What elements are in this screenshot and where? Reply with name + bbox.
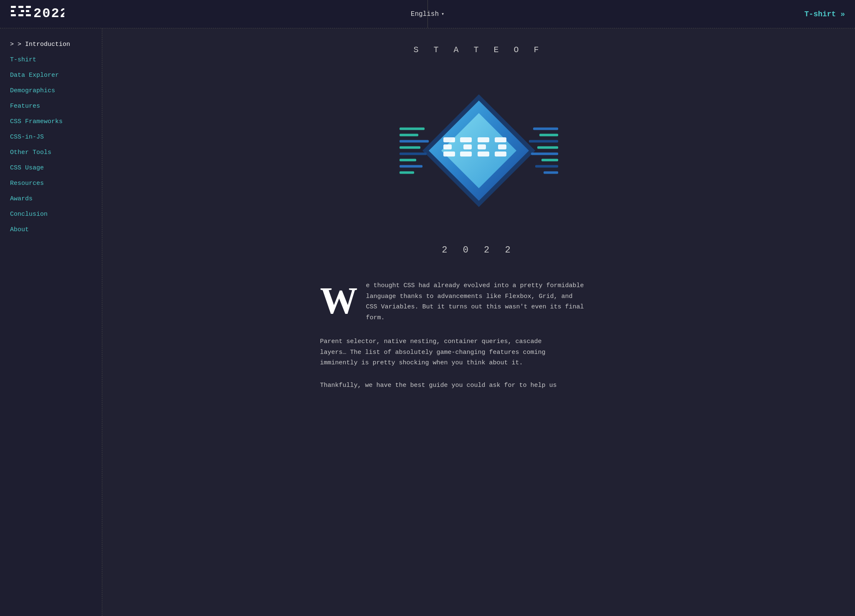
sidebar-link-awards[interactable]: Awards <box>0 191 102 207</box>
sidebar-link-css-frameworks[interactable]: CSS Frameworks <box>0 114 102 129</box>
svg-rect-8 <box>26 14 31 16</box>
line-darkblue-1 <box>400 153 427 155</box>
intro-section: W e thought CSS had already evolved into… <box>320 280 637 391</box>
svg-text:2022: 2022 <box>33 6 64 21</box>
sidebar-link-other-tools[interactable]: Other Tools <box>0 145 102 160</box>
sidebar-link-tshirt[interactable]: T-shirt <box>0 52 102 68</box>
sidebar-item-other-tools[interactable]: Other Tools <box>0 145 102 160</box>
line-teal-2 <box>400 134 418 136</box>
sidebar-link-demographics[interactable]: Demographics <box>0 83 102 98</box>
sidebar: > Introduction T-shirt Data Explorer Dem… <box>0 28 102 616</box>
sidebar-item-conclusion[interactable]: Conclusion <box>0 207 102 222</box>
line-blue-r1 <box>533 128 558 130</box>
site-logo: 2022 <box>10 3 64 25</box>
tshirt-link[interactable]: T-shirt » <box>804 10 845 18</box>
line-blue-r2 <box>531 153 558 155</box>
line-darkblue-r1 <box>529 140 558 143</box>
intro-paragraph-2: Thankfully, we have the best guide you c… <box>320 380 637 391</box>
sidebar-item-introduction[interactable]: > Introduction <box>0 37 102 52</box>
drop-cap-text: e thought CSS had already evolved into a… <box>366 280 584 323</box>
svg-rect-2 <box>11 14 16 16</box>
sidebar-item-about[interactable]: About <box>0 222 102 237</box>
svg-rect-4 <box>21 10 24 12</box>
sidebar-item-features[interactable]: Features <box>0 98 102 114</box>
svg-rect-19 <box>478 137 489 142</box>
language-arrow: ▾ <box>441 11 444 17</box>
logo-svg: 2022 <box>10 3 64 22</box>
svg-rect-0 <box>11 6 16 8</box>
sidebar-link-css-in-js[interactable]: CSS-in-JS <box>0 129 102 145</box>
sidebar-item-resources[interactable]: Resources <box>0 176 102 191</box>
line-blue-1 <box>400 140 429 143</box>
line-teal-4 <box>400 159 416 162</box>
language-label: English <box>411 10 439 18</box>
tshirt-area: T-shirt » <box>804 10 845 18</box>
line-darkblue-r2 <box>535 165 558 168</box>
sidebar-link-resources[interactable]: Resources <box>0 176 102 191</box>
sidebar-item-css-in-js[interactable]: CSS-in-JS <box>0 129 102 145</box>
sidebar-link-introduction[interactable]: > Introduction <box>0 37 102 52</box>
hero-logo-container <box>391 63 567 238</box>
svg-rect-16 <box>460 137 472 142</box>
svg-rect-5 <box>18 14 23 16</box>
svg-rect-24 <box>495 151 506 157</box>
intro-paragraph-1: Parent selector, native nesting, contain… <box>320 336 637 369</box>
sidebar-item-awards[interactable]: Awards <box>0 191 102 207</box>
right-decorative-lines <box>529 128 558 174</box>
svg-rect-18 <box>460 151 472 157</box>
drop-cap-container: W e thought CSS had already evolved into… <box>320 280 637 323</box>
svg-rect-22 <box>495 137 506 142</box>
svg-rect-17 <box>463 144 472 149</box>
sidebar-item-data-explorer[interactable]: Data Explorer <box>0 68 102 83</box>
svg-rect-21 <box>478 151 489 157</box>
sidebar-item-css-usage[interactable]: CSS Usage <box>0 160 102 176</box>
line-teal-1 <box>400 128 425 130</box>
svg-rect-3 <box>18 6 23 8</box>
line-teal-r3 <box>541 159 558 162</box>
year-label: 2 0 2 2 <box>442 245 515 255</box>
sidebar-link-css-usage[interactable]: CSS Usage <box>0 160 102 176</box>
svg-rect-13 <box>443 137 455 142</box>
svg-rect-20 <box>478 144 486 149</box>
left-decorative-lines <box>400 128 429 174</box>
svg-rect-7 <box>26 10 29 12</box>
hero-section: S T A T E O F <box>127 45 830 255</box>
sidebar-nav: > Introduction T-shirt Data Explorer Dem… <box>0 37 102 237</box>
svg-rect-23 <box>498 144 506 149</box>
line-teal-3 <box>400 146 420 149</box>
sidebar-link-about[interactable]: About <box>0 222 102 237</box>
language-button[interactable]: English ▾ <box>411 10 444 18</box>
language-selector-area: English ▾ <box>411 10 444 18</box>
sidebar-link-conclusion[interactable]: Conclusion <box>0 207 102 222</box>
svg-rect-14 <box>443 144 452 149</box>
main-content: S T A T E O F <box>102 28 855 616</box>
page-header: 2022 English ▾ T-shirt » <box>0 0 855 28</box>
line-teal-r2 <box>537 146 558 149</box>
line-blue-2 <box>400 165 422 168</box>
main-layout: > Introduction T-shirt Data Explorer Dem… <box>0 28 855 616</box>
svg-rect-15 <box>443 151 455 157</box>
state-of-label: S T A T E O F <box>413 45 544 55</box>
line-teal-r1 <box>539 134 558 136</box>
sidebar-link-data-explorer[interactable]: Data Explorer <box>0 68 102 83</box>
line-teal-5 <box>400 172 414 174</box>
logo-area: 2022 <box>10 3 64 25</box>
sidebar-item-css-frameworks[interactable]: CSS Frameworks <box>0 114 102 129</box>
line-blue-r3 <box>544 172 558 174</box>
svg-rect-6 <box>26 6 31 8</box>
sidebar-item-tshirt[interactable]: T-shirt <box>0 52 102 68</box>
sidebar-link-features[interactable]: Features <box>0 98 102 114</box>
sidebar-item-demographics[interactable]: Demographics <box>0 83 102 98</box>
svg-rect-1 <box>11 10 14 12</box>
drop-cap-letter: W <box>320 282 358 320</box>
diamond-svg <box>416 88 541 213</box>
